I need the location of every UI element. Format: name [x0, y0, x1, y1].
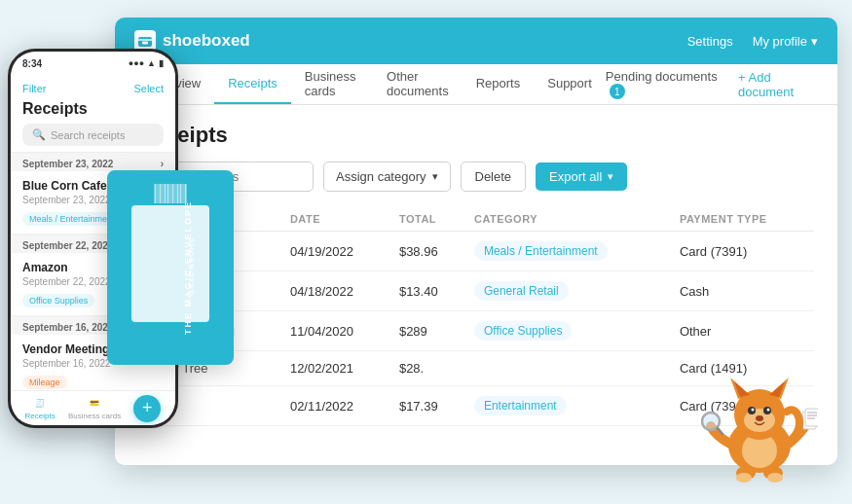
barcode-line	[158, 184, 159, 203]
barcode-line	[160, 184, 162, 203]
svg-rect-1	[142, 42, 148, 45]
phone-filter-button[interactable]: Filter	[22, 83, 46, 94]
phone-title: Receipts	[22, 100, 164, 118]
cell-date: 12/02/2021	[282, 351, 391, 386]
cell-category: Entertainment	[466, 386, 672, 426]
col-header-total: TOTAL	[391, 207, 466, 232]
envelope-inner	[131, 205, 209, 322]
nav-left: Overview Receipts Business cards Other d…	[134, 64, 606, 104]
barcode-line	[155, 184, 157, 203]
table-row[interactable]: Amazon 04/18/2022 $13.40 General Retail …	[138, 271, 814, 311]
svg-rect-18	[805, 409, 818, 426]
svg-point-24	[736, 473, 752, 483]
page-title: Receipts	[138, 123, 814, 148]
export-all-button[interactable]: Export all	[536, 162, 627, 191]
nav-item-business-cards[interactable]: Business cards	[291, 64, 373, 104]
nav-item-other-documents[interactable]: Other documents	[373, 64, 463, 104]
cell-category: Meals / Entertainment	[466, 232, 672, 271]
phone-bottom-nav: 🧾 Receipts 💳 Business cards +	[11, 390, 175, 425]
barcode-line	[167, 184, 169, 203]
nav-item-support[interactable]: Support	[534, 64, 606, 104]
settings-button[interactable]: Settings	[687, 34, 733, 49]
barcode-line	[177, 184, 179, 203]
cell-total: $38.96	[391, 232, 466, 271]
pending-documents-label[interactable]: Pending documents 1	[606, 69, 722, 100]
add-button[interactable]: +	[133, 395, 161, 422]
cell-date: 04/19/2022	[282, 232, 391, 271]
signal-icon: ●●●	[129, 58, 144, 68]
app-nav: Overview Receipts Business cards Other d…	[115, 64, 837, 105]
barcode-line	[180, 184, 182, 203]
dog-mascot	[701, 358, 818, 485]
assign-category-button[interactable]: Assign category	[323, 162, 451, 192]
cell-total: $28.	[391, 351, 466, 386]
phone-select-button[interactable]: Select	[133, 83, 164, 94]
cell-category: General Retail	[466, 271, 672, 311]
header-right: Settings My profile ▾	[687, 34, 818, 49]
table-row[interactable]: Vendor Meeting 11/04/2020 $289 Office Su…	[138, 311, 814, 351]
col-header-payment: PAYMENT TYPE	[672, 207, 814, 232]
phone-section-sep23: September 23, 2022 ›	[11, 153, 175, 171]
phone-nav-business-cards[interactable]: 💳 Business cards	[68, 397, 121, 420]
svg-point-13	[767, 409, 770, 412]
phone-search-icon: 🔍	[32, 128, 46, 141]
nav-right: Pending documents 1 + Add document	[606, 69, 818, 100]
phone-status-bar: 8:34 ●●● ▲ ▮	[11, 52, 175, 75]
delete-button[interactable]: Delete	[461, 162, 527, 192]
wifi-icon: ▲	[147, 58, 156, 68]
magic-envelope: THE MAGIC ENVELOPE shoeboxed	[107, 170, 234, 365]
col-header-category: CATEGORY	[466, 207, 672, 232]
pending-badge: 1	[610, 84, 625, 99]
table-row[interactable]: Blue Corn Cafe 04/19/2022 $38.96 Meals /…	[138, 232, 814, 271]
add-document-button[interactable]: + Add document	[738, 70, 818, 99]
cell-total: $289	[391, 311, 466, 351]
cell-category	[466, 351, 672, 386]
profile-button[interactable]: My profile ▾	[753, 34, 818, 49]
chevron-down-icon: ▾	[811, 34, 818, 49]
nav-item-receipts[interactable]: Receipts	[214, 64, 291, 104]
phone-filter-row: Filter Select	[22, 83, 164, 94]
card-icon: 💳	[88, 397, 101, 411]
phone-search-placeholder: Search receipts	[51, 129, 125, 141]
phone-header: Filter Select Receipts 🔍 Search receipts	[11, 75, 175, 153]
nav-item-reports[interactable]: Reports	[463, 64, 535, 104]
cell-total: $13.40	[391, 271, 466, 311]
envelope-barcode	[155, 184, 187, 203]
barcode-line	[170, 184, 171, 203]
barcode-line	[175, 184, 176, 203]
cell-payment: Card (7391)	[672, 232, 814, 271]
cell-payment: Cash	[672, 271, 814, 311]
toolbar: Assign category Delete Export all	[138, 162, 814, 192]
col-header-date: DATE	[282, 207, 391, 232]
phone-status-icons: ●●● ▲ ▮	[129, 58, 164, 68]
app-header: shoeboxed Settings My profile ▾	[115, 18, 837, 64]
cell-date: 11/04/2020	[282, 311, 391, 351]
phone-time: 8:34	[22, 58, 42, 69]
cell-payment: Other	[672, 311, 814, 351]
cell-total: $17.39	[391, 386, 466, 426]
phone-nav-receipts[interactable]: 🧾 Receipts	[25, 397, 56, 420]
battery-icon: ▮	[159, 58, 164, 68]
svg-point-25	[767, 473, 783, 483]
chevron-down-icon: ›	[161, 159, 164, 169]
phone-search[interactable]: 🔍 Search receipts	[22, 124, 164, 146]
barcode-line	[172, 184, 174, 203]
cell-date: 02/11/2022	[282, 386, 391, 426]
receipt-icon: 🧾	[33, 397, 47, 411]
cell-category: Office Supplies	[466, 311, 672, 351]
barcode-line	[165, 184, 167, 203]
barcode-line	[163, 184, 164, 203]
svg-point-14	[756, 415, 763, 421]
envelope-brand: shoeboxed	[186, 238, 195, 297]
cell-date: 04/18/2022	[282, 271, 391, 311]
svg-point-12	[752, 409, 755, 412]
